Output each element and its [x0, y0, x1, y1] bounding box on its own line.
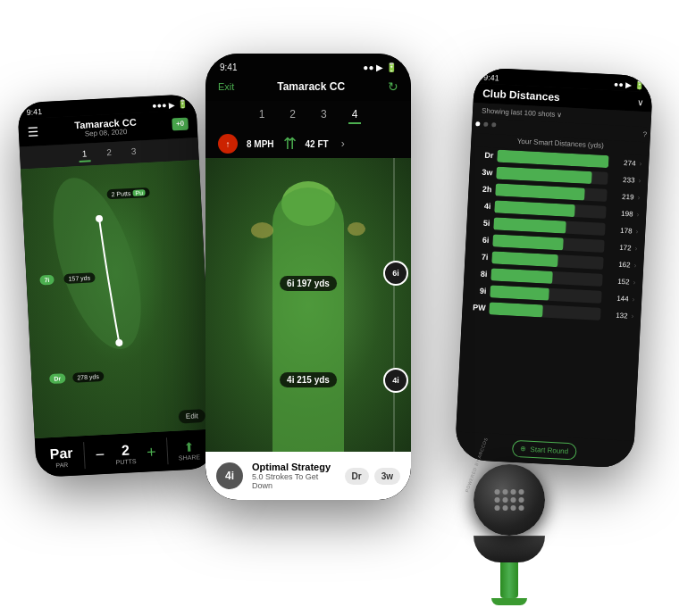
minus-button[interactable]: −	[95, 445, 105, 464]
score-icon-left: +0	[172, 117, 189, 130]
hole-tab-2-left[interactable]: 2	[103, 146, 115, 162]
vert-line: 6i 4i	[393, 158, 395, 452]
club-yds-2h: 219	[610, 192, 633, 201]
club-name-6i: 6i	[473, 235, 489, 245]
club-name-8i: 8i	[471, 269, 487, 279]
hole-badge-6i: 6i	[383, 261, 408, 286]
dot-1	[475, 121, 480, 126]
edit-button-left[interactable]: Edit	[179, 409, 206, 424]
club-chevron-9i: ›	[632, 295, 634, 303]
club-bar-wrap-pw	[489, 302, 601, 320]
club-bar-9i	[490, 285, 549, 300]
strategy-clubs: Dr 3w	[345, 468, 400, 485]
club-chevron-pw: ›	[631, 312, 633, 320]
distance-badge-4i: 4i 215 yds	[280, 372, 337, 387]
wind-arrows-icon: ⇈	[283, 134, 297, 154]
club-name-9i: 9i	[470, 286, 486, 296]
club-bar-4i	[494, 200, 575, 217]
yds-badge-7i: 157 yds	[63, 272, 95, 284]
strategy-title: Optimal Strategy	[252, 462, 336, 472]
club-bar-7i	[491, 251, 558, 267]
strategy-club-3w[interactable]: 3w	[374, 468, 400, 485]
club-bar-2h	[495, 183, 585, 200]
hole-tab-2-mid[interactable]: 2	[286, 106, 299, 124]
strategy-text: Optimal Strategy 5.0 Strokes To Get Down	[252, 462, 336, 490]
hole-tab-4-mid[interactable]: 4	[348, 106, 362, 124]
club-yds-8i: 152	[606, 277, 629, 286]
status-bar-mid: 9:41 ●● ▶ 🔋	[205, 54, 411, 76]
exit-button[interactable]: Exit	[218, 81, 234, 92]
club-name-3w: 3w	[476, 167, 492, 177]
signal-mid: ●● ▶ 🔋	[363, 62, 397, 72]
map-bg-left: 2 Putts Pu 7i 157 yds Dr 278 yds Edit	[21, 160, 214, 438]
right-header-chevron-icon[interactable]: ∨	[637, 96, 644, 106]
phone-mid: 9:41 ●● ▶ 🔋 Exit Tamarack CC ↻ 1 2 3 4 ↑	[205, 54, 411, 500]
club-yds-3w: 233	[611, 175, 634, 184]
club-bar-wrap-6i	[492, 234, 605, 253]
club-chevron-6i: ›	[634, 244, 637, 252]
club-row-pw[interactable]: PW132›	[469, 301, 633, 322]
club-chevron-2h: ›	[637, 193, 640, 201]
club-name-2h: 2h	[475, 184, 491, 194]
time-right: 9:41	[483, 73, 499, 83]
divider-2	[166, 437, 169, 464]
share-label: SHARE	[179, 454, 200, 461]
tee-grid	[495, 489, 524, 511]
dot-2	[483, 122, 488, 127]
svg-point-1	[96, 215, 103, 222]
club-bar-wrap-8i	[490, 268, 603, 287]
plus-start-icon: ⊕	[520, 445, 526, 453]
refresh-icon[interactable]: ↻	[388, 79, 398, 94]
wind-chevron-icon[interactable]: ›	[341, 137, 345, 150]
putts-value: 2	[122, 442, 130, 458]
club-bar-dr	[497, 150, 609, 169]
wind-icon-wrap: ↑	[218, 134, 238, 154]
strategy-subtitle: 5.0 Strokes To Get Down	[252, 472, 336, 490]
club-yds-9i: 144	[605, 294, 628, 303]
club-bar-wrap-4i	[494, 200, 607, 219]
dot-3	[491, 122, 496, 127]
club-chevron-5i: ›	[635, 227, 638, 235]
hole-tab-3-left[interactable]: 3	[128, 144, 140, 160]
bunker-1	[251, 222, 273, 238]
share-icon[interactable]: ⬆	[183, 439, 195, 454]
club-name-pw: PW	[469, 303, 485, 312]
club-yds-4i: 198	[609, 209, 633, 218]
strategy-badge: 4i	[216, 462, 243, 489]
plus-button[interactable]: +	[147, 442, 157, 462]
scene: 9:41 ●●● ▶ 🔋 ☰ Tamarack CC Sep 08, 2020 …	[0, 0, 679, 616]
club-yds-dr: 274	[612, 158, 635, 167]
wind-bar: ↑ 8 MPH ⇈ 42 FT ›	[205, 129, 411, 158]
hole-tab-3-mid[interactable]: 3	[317, 106, 331, 124]
date-left: Sep 08, 2020	[85, 128, 128, 137]
bunker-2	[348, 222, 365, 236]
club-chevron-3w: ›	[638, 176, 641, 184]
hole-tab-1-mid[interactable]: 1	[256, 106, 269, 124]
club-chevron-dr: ›	[639, 159, 641, 167]
club-name-7i: 7i	[472, 252, 488, 262]
tee-base	[491, 598, 527, 605]
club-bar-wrap-dr	[497, 150, 609, 169]
strategy-club-dr[interactable]: Dr	[345, 468, 369, 485]
club-yds-pw: 132	[604, 311, 627, 320]
club-bar-wrap-3w	[496, 166, 608, 185]
hamburger-icon[interactable]: ☰	[27, 124, 39, 139]
club-bar-pw	[489, 302, 543, 317]
hole-tab-1-left[interactable]: 1	[78, 146, 90, 162]
map-area-left: 2 Putts Pu 7i 157 yds Dr 278 yds Edit	[21, 160, 214, 438]
start-round-button[interactable]: ⊕ Start Round	[512, 440, 577, 461]
wind-direction-icon: ↑	[218, 134, 238, 154]
question-icon[interactable]: ?	[642, 130, 647, 138]
course-name-mid: Tamarack CC	[277, 80, 345, 93]
tee-top: POWERED BY ARCCOS	[474, 464, 545, 536]
tee-stem	[500, 562, 518, 598]
club-chevron-8i: ›	[633, 278, 635, 286]
hole-badge-4i: 4i	[383, 368, 408, 393]
phone-left: 9:41 ●●● ▶ 🔋 ☰ Tamarack CC Sep 08, 2020 …	[17, 94, 215, 478]
club-bar-wrap-9i	[490, 285, 602, 304]
club-chevron-4i: ›	[636, 210, 639, 218]
signal-left: ●●● ▶ 🔋	[152, 100, 188, 111]
tee-ring	[474, 536, 545, 562]
club-bar-wrap-2h	[495, 183, 608, 202]
hole-tabs-mid: 1 2 3 4	[205, 101, 411, 129]
